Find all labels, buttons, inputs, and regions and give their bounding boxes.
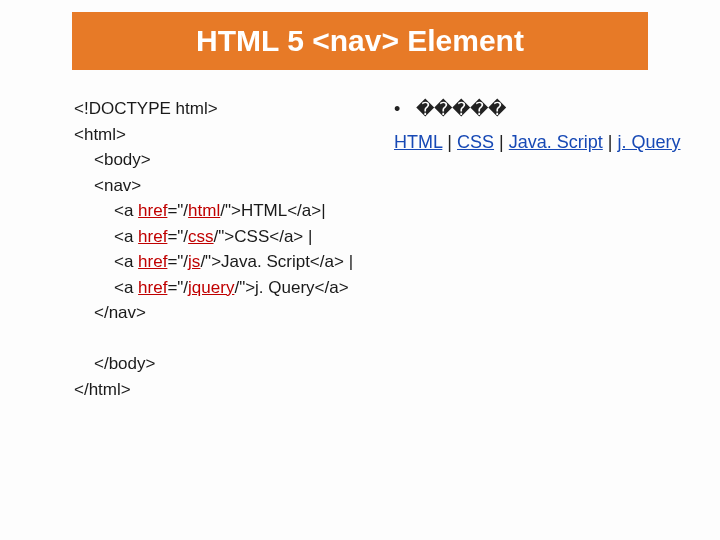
code-line: <a href="/jquery/">j. Query</a> bbox=[74, 275, 374, 301]
code-line: <body> bbox=[74, 147, 374, 173]
render-column: • ����� HTML | CSS | Java. Script | j. Q… bbox=[394, 96, 694, 156]
nav-link-jquery[interactable]: j. Query bbox=[617, 132, 680, 152]
nav-link-css[interactable]: CSS bbox=[457, 132, 494, 152]
code-line: </body> bbox=[74, 351, 374, 377]
bullet-row: • ����� bbox=[394, 96, 694, 123]
code-line bbox=[74, 326, 374, 352]
title-bar: HTML 5 <nav> Element bbox=[72, 12, 648, 70]
nav-links-row: HTML | CSS | Java. Script | j. Query bbox=[394, 129, 694, 156]
bullet-text: ����� bbox=[416, 96, 694, 123]
link-separator: | bbox=[494, 132, 509, 152]
link-separator: | bbox=[442, 132, 457, 152]
code-line: <nav> bbox=[74, 173, 374, 199]
code-line: </html> bbox=[74, 377, 374, 403]
code-line: <html> bbox=[74, 122, 374, 148]
nav-link-js[interactable]: Java. Script bbox=[509, 132, 603, 152]
code-line: <a href="/html/">HTML</a>| bbox=[74, 198, 374, 224]
code-column: <!DOCTYPE html> <html> <body> <nav> <a h… bbox=[74, 96, 374, 402]
code-line: </nav> bbox=[74, 300, 374, 326]
code-line: <!DOCTYPE html> bbox=[74, 96, 374, 122]
code-line: <a href="/js/">Java. Script</a> | bbox=[74, 249, 374, 275]
code-line: <a href="/css/">CSS</a> | bbox=[74, 224, 374, 250]
nav-link-html[interactable]: HTML bbox=[394, 132, 442, 152]
slide-title: HTML 5 <nav> Element bbox=[196, 24, 524, 58]
bullet-dot-icon: • bbox=[394, 96, 416, 123]
link-separator: | bbox=[603, 132, 618, 152]
